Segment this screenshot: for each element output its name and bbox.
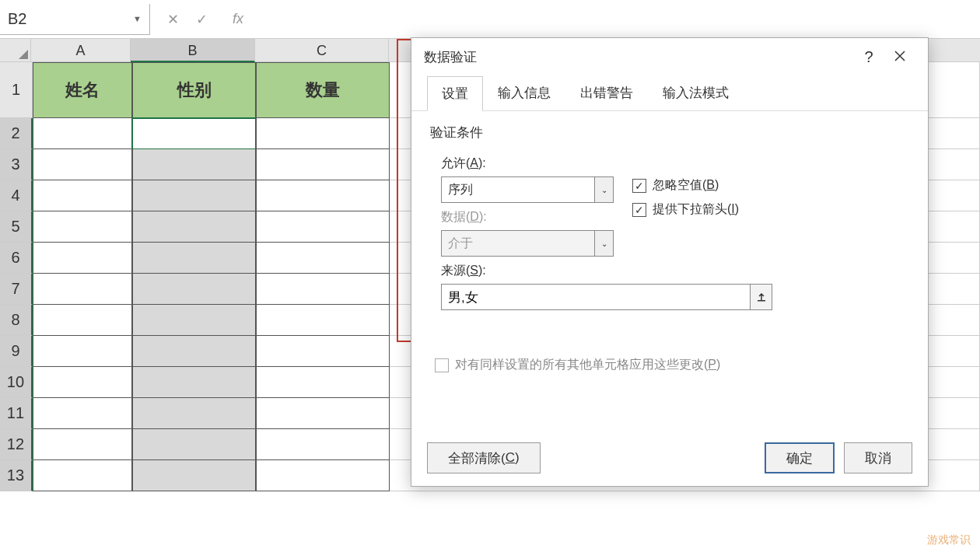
validation-criteria-label: 验证条件 [430, 124, 909, 141]
cell[interactable] [256, 429, 390, 460]
dialog-footer: 全部清除(C) 确定 取消 [411, 442, 928, 473]
cell[interactable] [256, 211, 390, 243]
apply-label: 对有同样设置的所有其他单元格应用这些更改(P) [455, 357, 720, 373]
cell[interactable] [256, 180, 390, 211]
dialog-tabs: 设置 输入信息 出错警告 输入法模式 [411, 75, 928, 111]
cell[interactable] [256, 305, 390, 336]
data-validation-dialog: 数据验证 ? 设置 输入信息 出错警告 输入法模式 验证条件 允许(A): 序列… [411, 37, 929, 487]
name-box-value: B2 [8, 10, 26, 28]
cancel-button[interactable]: 取消 [844, 442, 912, 473]
dropdown-label: 提供下拉箭头(I) [653, 201, 739, 218]
row-header-5[interactable]: 5 [0, 211, 33, 243]
cell[interactable] [132, 180, 257, 211]
name-box[interactable]: B2 ▼ [0, 4, 150, 35]
cell[interactable] [256, 118, 390, 149]
col-header-C[interactable]: C [255, 39, 389, 62]
col-header-B[interactable]: B [131, 39, 255, 62]
row-header-1[interactable]: 1 [0, 62, 33, 118]
fx-icon[interactable]: fx [233, 11, 243, 27]
confirm-icon[interactable]: ✓ [196, 11, 208, 28]
cell[interactable] [256, 460, 390, 491]
dialog-body: 验证条件 允许(A): 序列 ⌄ 数据(D): 介于 ⌄ ✓ 忽略空值(B) [411, 111, 928, 373]
allow-label: 允许(A): [441, 155, 614, 172]
cell[interactable] [256, 367, 390, 398]
formula-bar-icons: ✕ ✓ fx [150, 11, 243, 28]
cell[interactable] [256, 274, 390, 305]
row-header-2[interactable]: 2 [0, 118, 33, 149]
cancel-icon[interactable]: ✕ [167, 11, 179, 28]
formula-bar: B2 ▼ ✕ ✓ fx [0, 0, 980, 39]
select-all-corner[interactable] [0, 39, 31, 62]
cell[interactable] [132, 274, 257, 305]
cell[interactable] [33, 398, 132, 429]
cell[interactable] [33, 429, 132, 460]
cell[interactable] [33, 305, 132, 336]
data-value: 介于 [441, 230, 595, 257]
cell[interactable] [132, 429, 257, 460]
cell[interactable] [132, 305, 257, 336]
cell[interactable] [33, 367, 132, 398]
checkbox-icon [435, 358, 449, 372]
col-header-A[interactable]: A [31, 39, 131, 62]
ignore-blank-checkbox[interactable]: ✓ 忽略空值(B) [632, 177, 739, 194]
row-header-6[interactable]: 6 [0, 243, 33, 274]
tab-settings[interactable]: 设置 [427, 76, 483, 111]
clear-all-button[interactable]: 全部清除(C) [427, 442, 541, 473]
header-cell-name[interactable]: 姓名 [33, 62, 132, 118]
cell[interactable] [33, 149, 132, 180]
cell[interactable] [33, 460, 132, 491]
row-header-12[interactable]: 12 [0, 429, 33, 460]
header-cell-gender[interactable]: 性别 [132, 62, 257, 118]
header-cell-qty[interactable]: 数量 [256, 62, 390, 118]
cell[interactable] [132, 243, 257, 274]
row-header-3[interactable]: 3 [0, 149, 33, 180]
active-cell[interactable] [132, 118, 257, 149]
range-picker-icon[interactable] [751, 284, 772, 310]
row-header-10[interactable]: 10 [0, 367, 33, 398]
row-header-13[interactable]: 13 [0, 460, 33, 491]
row-header-11[interactable]: 11 [0, 398, 33, 429]
cell[interactable] [256, 336, 390, 367]
chevron-down-icon[interactable]: ⌄ [595, 176, 614, 203]
row-header-9[interactable]: 9 [0, 336, 33, 367]
row-header-8[interactable]: 8 [0, 305, 33, 336]
cell[interactable] [33, 243, 132, 274]
chevron-down-icon: ⌄ [595, 230, 614, 257]
help-icon[interactable]: ? [853, 48, 884, 66]
data-label: 数据(D): [441, 209, 614, 225]
apply-to-others-checkbox: 对有同样设置的所有其他单元格应用这些更改(P) [435, 357, 909, 373]
cell[interactable] [256, 398, 390, 429]
cell[interactable] [132, 336, 257, 367]
tab-error-alert[interactable]: 出错警告 [565, 75, 648, 110]
cell[interactable] [33, 274, 132, 305]
cell[interactable] [33, 336, 132, 367]
allow-combo[interactable]: 序列 ⌄ [441, 176, 614, 203]
cell[interactable] [132, 211, 257, 243]
cell[interactable] [132, 149, 257, 180]
source-field [441, 284, 909, 310]
source-input[interactable] [441, 284, 751, 310]
close-icon[interactable] [884, 48, 915, 66]
cell[interactable] [256, 149, 390, 180]
tab-ime-mode[interactable]: 输入法模式 [648, 75, 744, 110]
chevron-down-icon[interactable]: ▼ [133, 14, 142, 23]
cell[interactable] [33, 211, 132, 243]
cell[interactable] [33, 118, 132, 149]
ignore-blank-label: 忽略空值(B) [653, 177, 719, 194]
row-header-7[interactable]: 7 [0, 274, 33, 305]
allow-value: 序列 [441, 176, 595, 203]
checkbox-icon: ✓ [632, 179, 646, 193]
cell[interactable] [256, 243, 390, 274]
svg-rect-0 [758, 300, 765, 302]
tab-input-message[interactable]: 输入信息 [483, 75, 565, 110]
dropdown-checkbox[interactable]: ✓ 提供下拉箭头(I) [632, 201, 739, 218]
formula-input[interactable] [243, 4, 980, 35]
checkbox-icon: ✓ [632, 203, 646, 217]
ok-button[interactable]: 确定 [765, 442, 835, 473]
cell[interactable] [132, 367, 257, 398]
row-header-4[interactable]: 4 [0, 180, 33, 211]
dialog-title-bar[interactable]: 数据验证 ? [411, 38, 928, 75]
cell[interactable] [132, 460, 257, 491]
cell[interactable] [33, 180, 132, 211]
cell[interactable] [132, 398, 257, 429]
